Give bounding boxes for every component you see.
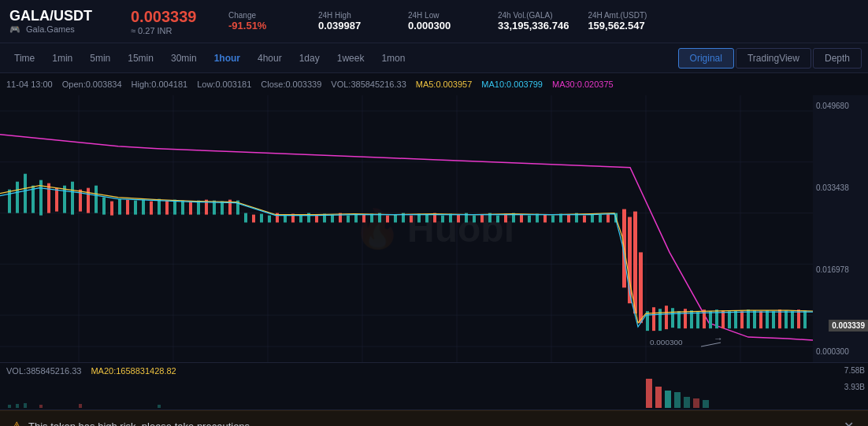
view-tradingview[interactable]: TradingView <box>736 48 811 69</box>
svg-rect-66 <box>417 214 421 223</box>
tf-1hour[interactable]: 1hour <box>206 50 248 67</box>
svg-rect-73 <box>473 216 476 223</box>
chart-close: Close:0.003339 <box>261 80 321 89</box>
svg-rect-119 <box>791 311 794 328</box>
svg-rect-82 <box>543 215 547 223</box>
svg-rect-114 <box>759 311 762 328</box>
price-mid1: 0.033438 <box>816 183 865 192</box>
svg-rect-85 <box>567 215 570 223</box>
svg-rect-57 <box>347 216 350 223</box>
chart-main[interactable]: 🔥Huobi <box>0 95 868 363</box>
svg-rect-106 <box>709 311 712 328</box>
svg-rect-35 <box>173 200 176 215</box>
view-depth[interactable]: Depth <box>813 48 862 69</box>
svg-rect-33 <box>158 199 161 215</box>
svg-rect-98 <box>658 309 662 331</box>
chart-open: Open:0.003834 <box>62 80 122 89</box>
svg-rect-130 <box>693 398 699 408</box>
svg-rect-55 <box>331 215 334 223</box>
svg-rect-83 <box>551 216 555 223</box>
svg-rect-128 <box>674 392 681 408</box>
svg-rect-126 <box>655 387 662 408</box>
ma-legend: MA5:0.003957 MA10:0.003799 MA30:0.020375 <box>416 80 614 89</box>
svg-rect-47 <box>268 216 271 223</box>
tf-15min[interactable]: 15min <box>120 50 161 67</box>
svg-rect-37 <box>189 202 192 215</box>
warning-close-button[interactable]: ✕ <box>840 416 857 426</box>
svg-rect-30 <box>134 201 137 215</box>
svg-rect-79 <box>520 215 523 223</box>
svg-rect-133 <box>16 404 19 408</box>
pair-name: GALA/USDT <box>9 8 112 24</box>
svg-rect-34 <box>165 201 169 215</box>
view-original[interactable]: Original <box>678 48 734 69</box>
price-block: 0.003339 ≈ 0.27 INR <box>131 8 210 35</box>
change-value: -91.51% <box>228 20 299 31</box>
tf-30min[interactable]: 30min <box>163 50 205 67</box>
svg-rect-108 <box>721 310 725 328</box>
svg-text:0.000300: 0.000300 <box>650 338 683 346</box>
svg-rect-96 <box>646 311 649 331</box>
tf-1week[interactable]: 1week <box>329 50 373 67</box>
ma30-label: MA30:0.020375 <box>552 80 614 89</box>
svg-rect-45 <box>252 215 255 223</box>
svg-rect-29 <box>126 200 129 215</box>
svg-rect-69 <box>441 216 444 223</box>
vol24-value: 33,195,336.746 <box>498 20 569 31</box>
svg-rect-58 <box>354 214 358 223</box>
svg-rect-36 <box>181 201 184 215</box>
price-top: 0.049680 <box>816 102 865 110</box>
svg-rect-135 <box>39 405 43 408</box>
high24-stat: 24H High 0.039987 <box>318 11 389 31</box>
svg-rect-31 <box>142 200 145 215</box>
tf-1day[interactable]: 1day <box>291 50 328 67</box>
svg-rect-65 <box>410 216 413 223</box>
exchange-icon: 🎮 <box>9 24 20 34</box>
vol-scale: 7.58B 3.93B <box>844 366 865 391</box>
tf-5min[interactable]: 5min <box>82 50 118 67</box>
amt24-label: 24H Amt.(USDT) <box>588 11 658 20</box>
tf-4hour[interactable]: 4hour <box>250 50 290 67</box>
svg-rect-125 <box>646 379 652 408</box>
warning-icon: ⚠ <box>11 419 22 426</box>
tf-1min[interactable]: 1min <box>44 50 80 67</box>
ma10-label: MA10:0.003799 <box>481 80 543 89</box>
svg-rect-67 <box>425 215 428 223</box>
vol24-label: 24h Vol.(GALA) <box>498 11 569 20</box>
svg-rect-24 <box>87 188 90 213</box>
ma5-label: MA5:0.003957 <box>416 80 473 89</box>
change-stat: Change -91.51% <box>228 11 299 31</box>
svg-rect-80 <box>528 216 531 223</box>
chart-low: Low:0.003181 <box>197 80 251 89</box>
chart-info-bar: 11-04 13:00 Open:0.003834 High:0.004181 … <box>0 73 868 95</box>
low24-value: 0.000300 <box>408 20 479 31</box>
tf-time[interactable]: Time <box>6 50 43 67</box>
pair-info: GALA/USDT 🎮 Gala.Games <box>9 8 112 35</box>
svg-rect-94 <box>633 212 637 314</box>
svg-rect-109 <box>728 311 731 328</box>
high24-value: 0.039987 <box>318 20 389 31</box>
svg-rect-118 <box>785 310 788 328</box>
price-chart: 0.000300 → <box>0 95 813 362</box>
svg-rect-137 <box>158 405 161 408</box>
svg-rect-74 <box>480 215 484 223</box>
svg-rect-110 <box>734 310 737 328</box>
amt24-stat: 24H Amt.(USDT) 159,562.547 <box>588 11 658 31</box>
warning-text: This token has high risk, please take pr… <box>28 420 834 426</box>
volume-chart <box>0 375 813 408</box>
header: GALA/USDT 🎮 Gala.Games 0.003339 ≈ 0.27 I… <box>0 0 868 43</box>
svg-rect-99 <box>665 306 668 329</box>
price-mid2: 0.016978 <box>816 265 865 274</box>
high24-label: 24H High <box>318 11 389 20</box>
svg-rect-89 <box>599 215 602 223</box>
tf-1mon[interactable]: 1mon <box>373 50 413 67</box>
svg-rect-87 <box>583 216 586 223</box>
svg-rect-115 <box>766 310 769 328</box>
svg-rect-81 <box>536 214 539 223</box>
chart-date: 11-04 13:00 <box>6 80 53 89</box>
svg-rect-15 <box>16 182 19 213</box>
current-price-label: 0.003339 <box>829 320 868 332</box>
svg-rect-19 <box>47 183 50 213</box>
vol24-stat: 24h Vol.(GALA) 33,195,336.746 <box>498 11 569 31</box>
vol-scale-mid: 3.93B <box>844 383 865 391</box>
